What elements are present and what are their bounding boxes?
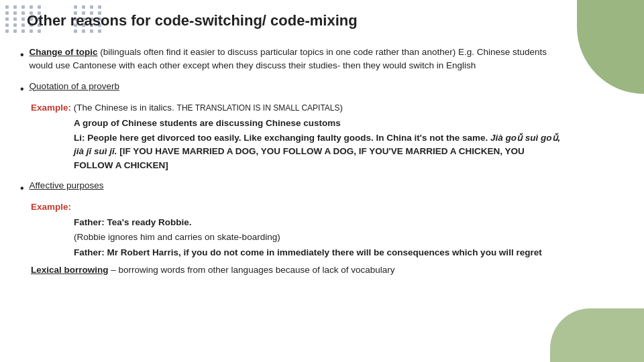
example1-small-caps: THE TRANSLATION IS IN SMALL CAPITALS <box>177 103 340 113</box>
bullet-quotation: • Quotation of a proverb <box>20 80 564 97</box>
bullet-1-body: (bilinguals often find it easier to disc… <box>30 47 547 70</box>
page-title: Other reasons for code-switching/ code-m… <box>27 12 358 29</box>
bullet-icon-1: • <box>20 47 24 63</box>
example2-line2: (Robbie ignores him and carries on skate… <box>74 231 564 244</box>
example1-label: Example: <box>31 103 71 113</box>
bullet-3-label: Affective purposes <box>30 179 104 192</box>
bullet-icon-3: • <box>20 180 24 196</box>
bullet-1-label: Change of topic <box>30 47 98 57</box>
example1-line1: A group of Chinese students are discussi… <box>74 117 564 130</box>
bullet-icon-2: • <box>20 81 24 97</box>
main-content: • Change of topic (bilinguals often find… <box>20 46 564 349</box>
green-shape-bottom-right <box>550 308 644 362</box>
green-shape-top-right <box>577 0 644 94</box>
bullet-1-text: Change of topic (bilinguals often find i… <box>30 46 564 73</box>
example1-intro: Example: (The Chinese is in italics. THE… <box>31 101 564 115</box>
lexical-borrowing-label: Lexical borrowing <box>31 265 109 275</box>
example1-line2: Li: People here get divorced too easily.… <box>74 131 564 172</box>
example2-line3: Father: Mr Robert Harris, if you do not … <box>74 246 564 259</box>
lexical-borrowing-rest: – borrowing words from other languages b… <box>109 265 395 275</box>
example1-intro-text: (The Chinese is in italics. THE TRANSLAT… <box>71 103 343 113</box>
bullet-change-of-topic: • Change of topic (bilinguals often find… <box>20 46 564 73</box>
example2-label: Example: <box>31 200 564 214</box>
example2-line1: Father: Tea's ready Robbie. <box>74 216 564 229</box>
bullet-2-label: Quotation of a proverb <box>30 80 119 93</box>
example1-chinese: Jià goǔ suì goǔ, jià jī suì jī. <box>74 133 560 156</box>
bullet-affective: • Affective purposes <box>20 179 564 196</box>
lexical-borrowing-line: Lexical borrowing – borrowing words from… <box>31 263 564 277</box>
